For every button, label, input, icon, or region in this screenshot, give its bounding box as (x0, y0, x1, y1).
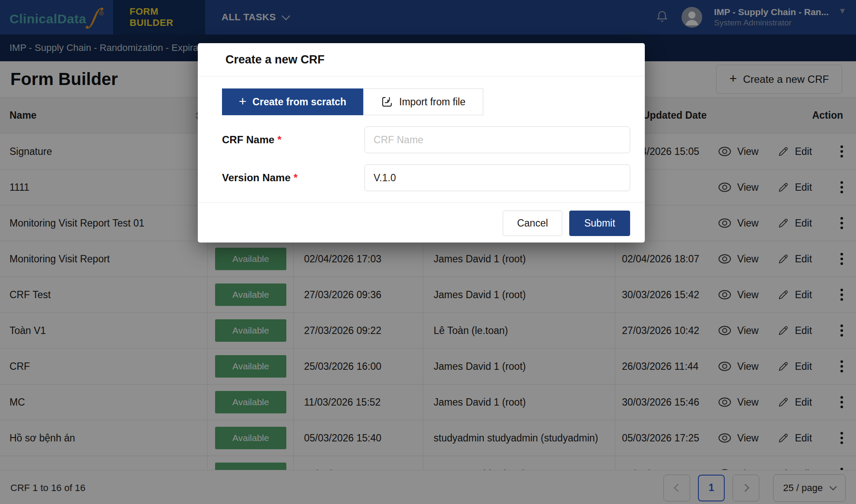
import-file-icon (381, 96, 393, 108)
crf-name-label: CRF Name* (222, 134, 365, 146)
submit-button[interactable]: Submit (569, 211, 630, 236)
tab-create-from-scratch[interactable]: + Create from scratch (222, 88, 363, 115)
create-crf-modal: Create a new CRF + Create from scratch I… (198, 43, 645, 243)
crf-name-input[interactable] (365, 126, 630, 153)
form-builder-page: ClinicalData ∫ ® FORM BUILDER ALL TASKS (0, 0, 856, 504)
plus-icon: + (239, 95, 247, 108)
tab-import-from-file[interactable]: Import from file (363, 88, 483, 115)
required-asterisk: * (277, 134, 281, 145)
modal-title: Create a new CRF (225, 53, 325, 66)
version-name-input[interactable] (365, 164, 630, 191)
modal-tabs: + Create from scratch Import from file (222, 88, 630, 115)
cancel-button[interactable]: Cancel (503, 211, 562, 236)
required-asterisk: * (294, 172, 298, 183)
version-name-label: Version Name* (222, 172, 365, 184)
